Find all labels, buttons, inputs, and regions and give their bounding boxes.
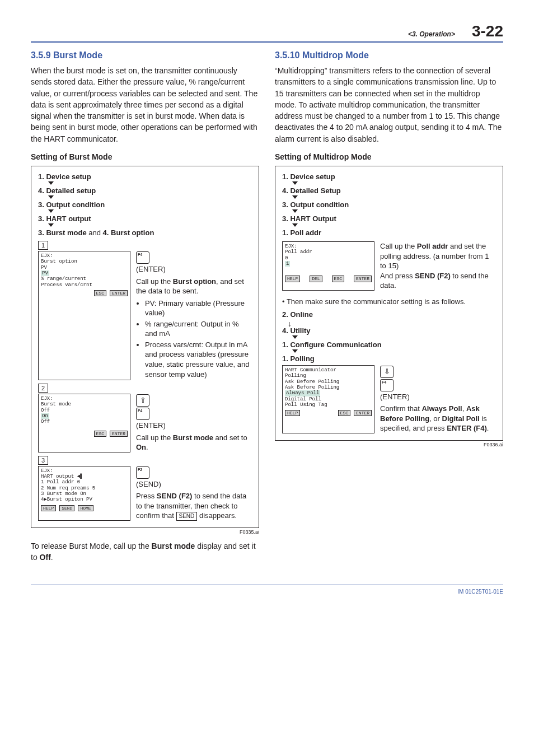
desc-text: Always Poll <box>421 404 462 413</box>
text: Off <box>40 553 51 562</box>
nav-step: 3. HART Output <box>282 214 496 223</box>
figure-caption: F0335.ai <box>31 529 259 535</box>
figure-caption: F0336.ai <box>275 442 503 447</box>
note: • Then make sure the communicator settin… <box>282 297 496 306</box>
screen-button: ENTER <box>110 290 128 296</box>
chevron-down-icon <box>292 335 299 340</box>
chevron-down-icon <box>292 209 299 214</box>
desc-text: . <box>146 443 148 451</box>
step-description: F4 (ENTER) Confirm that Always Poll, Ask… <box>380 365 496 433</box>
desc-text: Confirm that <box>380 404 421 413</box>
nav-step: 1. Poll addr <box>282 228 496 237</box>
desc-text: Call up the <box>136 433 173 442</box>
desc-text: ENTER (F4) <box>447 424 487 432</box>
step-number-box: 3 <box>38 456 48 465</box>
hart-screen: EJX: Burst option PV PV % range/current … <box>38 251 130 380</box>
list-item: % range/current: Output in % and mA <box>145 319 252 339</box>
screen-line: 4▶Burst opiton PV <box>41 497 128 502</box>
screen-line: EJX: <box>41 468 128 474</box>
hart-screen: EJX: Poll addr 0 1 HELP DEL ESC ENTER <box>282 241 374 291</box>
screen-highlight: On <box>41 413 49 419</box>
screen-line: % range/current <box>41 276 128 282</box>
hart-screen: EJX: Burst mode Off On Off ESC ENTER <box>38 394 130 452</box>
screen-button: ENTER <box>354 410 372 416</box>
screen-line: Polling <box>285 373 372 379</box>
chevron-down-icon <box>292 195 299 200</box>
screen-line: HART output ◄▌ <box>41 474 128 479</box>
desc-text: SEND (F2) <box>415 272 451 280</box>
desc-text: SEND (F2) <box>157 492 193 500</box>
nav-step: 2. Online <box>282 310 496 319</box>
f4-key-icon: F4 <box>136 408 149 420</box>
text: To release Burst Mode, call up the <box>31 542 152 550</box>
screen-button: HELP <box>41 505 56 511</box>
screen-line: Off <box>41 419 128 424</box>
enter-label: (ENTER) <box>380 392 496 402</box>
chevron-down-icon <box>48 209 55 214</box>
screen-line: 2 Num req preams 5 <box>41 486 128 491</box>
header-page-number: 3-22 <box>472 22 503 40</box>
chevron-down-icon <box>48 195 55 200</box>
f2-key-icon: F2 <box>136 466 149 479</box>
screen-line: EJX: <box>285 244 372 249</box>
screen-button: DEL <box>310 276 322 282</box>
text: . <box>51 553 53 562</box>
arrow-down-key-icon <box>380 366 394 378</box>
chevron-down-icon <box>48 181 55 186</box>
screen-line: Process vars/crnt <box>41 282 128 288</box>
screen-button: SEND <box>59 505 74 511</box>
screen-line: 3 Burst mode On <box>41 491 128 497</box>
desc-text: Call up the <box>380 242 417 250</box>
chevron-down-icon <box>292 181 299 186</box>
screen-line: PV <box>41 265 128 270</box>
screen-button: ESC <box>338 410 350 416</box>
step-description: Call up the Poll addr and set the pollin… <box>380 241 496 291</box>
list-item: Process vars/crnt: Output in mA and proc… <box>145 340 252 379</box>
f4-key-icon: F4 <box>380 379 394 391</box>
right-heading: 3.5.10 Multidrop Mode <box>275 50 503 60</box>
f4-key-icon: F4 <box>136 251 149 264</box>
screen-line: EJX: <box>41 396 128 402</box>
send-indicator-box: SEND <box>176 512 198 521</box>
left-diagram-panel: 1. Device setup 4. Detailed setup 3. Out… <box>31 166 259 528</box>
desc-text: And press <box>380 272 415 280</box>
arrow-down-icon <box>288 319 294 326</box>
desc-text: disappears. <box>199 511 237 520</box>
screen-button: ESC <box>94 431 106 437</box>
release-note: To release Burst Mode, call up the Burst… <box>31 540 259 563</box>
screen-button: HELP <box>285 410 300 416</box>
right-diagram-panel: 1. Device setup 4. Detailed Setup 3. Out… <box>275 166 503 441</box>
nav-step: 4. Detailed setup <box>38 186 252 195</box>
step-number-box: 2 <box>38 384 48 393</box>
nav-step: 1. Device setup <box>38 172 252 181</box>
step-number-box: 1 <box>38 241 48 250</box>
screen-line: Burst mode <box>41 402 128 407</box>
nav-step: 4. Detailed Setup <box>282 186 496 195</box>
left-heading: 3.5.9 Burst Mode <box>31 50 259 60</box>
desc-text: Burst mode <box>173 433 213 442</box>
screen-button: ESC <box>94 290 106 296</box>
screen-button: ENTER <box>110 431 128 437</box>
left-setting-title: Setting of Burst Mode <box>31 152 259 161</box>
enter-label: (ENTER) <box>136 264 252 274</box>
nav-step: 1. Device setup <box>282 172 496 181</box>
header-section: <3. Operation> <box>408 30 455 38</box>
screen-highlight: PV <box>41 270 49 276</box>
step-description: F4 (ENTER) Call up the Burst mode and se… <box>136 394 252 452</box>
nav-step-text: 4. Burst option <box>103 228 154 237</box>
screen-line: 0 <box>285 255 372 261</box>
desc-text: On <box>136 443 146 451</box>
screen-line: Digital Poll <box>285 396 372 402</box>
footer-rule <box>31 585 503 585</box>
nav-step: 3. Output condition <box>38 200 252 209</box>
screen-line: Ask Before Polling <box>285 385 372 390</box>
desc-text: , <box>462 404 466 413</box>
desc-text: Digital Poll <box>442 414 480 423</box>
send-label: (SEND) <box>136 479 252 489</box>
enter-label: (ENTER) <box>136 421 252 431</box>
screen-highlight: 1 <box>285 261 290 267</box>
desc-text: and set to <box>213 433 247 442</box>
arrow-up-key-icon <box>136 394 149 407</box>
screen-button: ENTER <box>354 276 372 282</box>
desc-text: Press <box>136 492 157 500</box>
